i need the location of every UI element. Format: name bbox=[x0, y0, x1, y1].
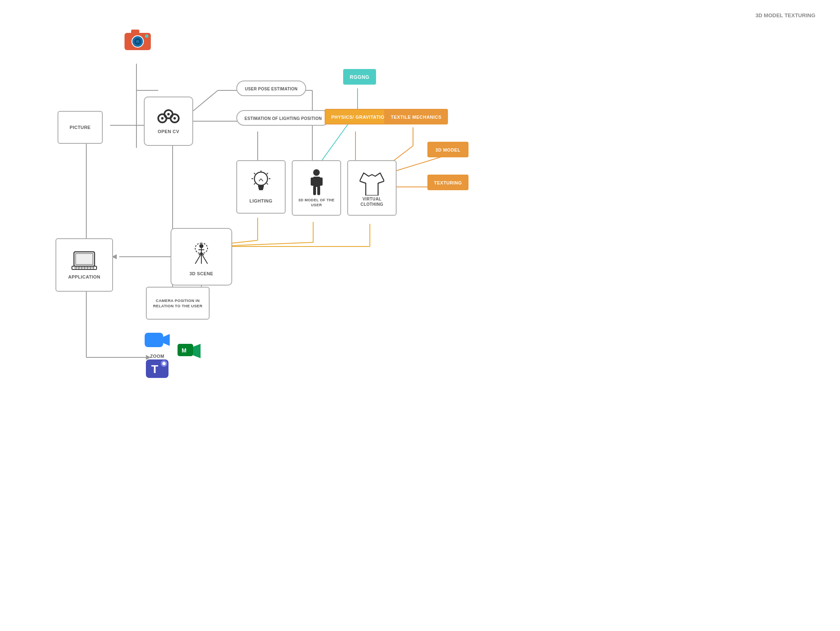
corner-note: 3D MODEL TEXTURING bbox=[755, 12, 815, 18]
lighting-est-node: ESTIMATION OF LIGHTING POSITION bbox=[236, 110, 330, 126]
picture-box: PICTURE bbox=[58, 111, 103, 144]
svg-line-67 bbox=[254, 173, 255, 174]
svg-point-84 bbox=[199, 244, 203, 248]
svg-rect-69 bbox=[258, 187, 263, 189]
svg-line-81 bbox=[195, 253, 201, 264]
svg-rect-100 bbox=[145, 333, 163, 347]
svg-marker-101 bbox=[163, 334, 170, 346]
corner-note-text: 3D MODEL TEXTURING bbox=[755, 12, 815, 18]
svg-point-57 bbox=[161, 117, 164, 120]
scene-3d-label: 3D SCENE bbox=[189, 271, 213, 276]
meet-node: M bbox=[177, 342, 203, 364]
rggng-node: RGGNG bbox=[343, 69, 376, 85]
arrows-layer bbox=[0, 0, 840, 631]
svg-rect-70 bbox=[259, 189, 263, 190]
lighting-box: LIGHTING bbox=[236, 160, 286, 214]
3d-model-box: 3D MODEL bbox=[427, 142, 468, 157]
application-box: APPLICATION bbox=[55, 238, 113, 292]
application-label: APPLICATION bbox=[68, 274, 100, 280]
opencv-label: OPEN CV bbox=[158, 129, 179, 134]
svg-rect-78 bbox=[317, 186, 320, 195]
3d-model-label: 3D MODEL bbox=[436, 147, 461, 152]
rggng-label: RGGNG bbox=[350, 74, 369, 80]
svg-line-24 bbox=[390, 156, 444, 173]
svg-text:T: T bbox=[151, 363, 158, 375]
scene-3d-box: 3D SCENE bbox=[171, 228, 232, 286]
texturing-node: TEXTURING bbox=[427, 175, 468, 190]
svg-rect-77 bbox=[313, 186, 316, 195]
camera-node bbox=[121, 25, 154, 55]
svg-line-71 bbox=[259, 179, 261, 181]
texturing-label: TEXTURING bbox=[434, 180, 462, 185]
3d-user-label: 3D MODEL OF THE USER bbox=[298, 198, 335, 207]
opencv-node: OPEN CV bbox=[144, 97, 193, 146]
textile-box: TEXTILE MECHANICS bbox=[384, 109, 448, 124]
picture-node: PICTURE bbox=[58, 111, 103, 144]
svg-rect-52 bbox=[131, 30, 139, 35]
3d-user-model-node: 3D MODEL OF THE USER bbox=[292, 160, 341, 216]
picture-label: PICTURE bbox=[69, 124, 90, 130]
user-pose-label: USER POSE ESTIMATION bbox=[245, 87, 298, 91]
svg-line-6 bbox=[193, 90, 218, 111]
3d-user-model-box: 3D MODEL OF THE USER bbox=[292, 160, 341, 216]
svg-text:M: M bbox=[182, 347, 187, 354]
svg-marker-103 bbox=[193, 344, 201, 358]
svg-line-62 bbox=[267, 173, 268, 174]
teams-node: T bbox=[145, 357, 172, 382]
svg-point-53 bbox=[145, 35, 148, 38]
opencv-box: OPEN CV bbox=[144, 97, 193, 146]
svg-point-59 bbox=[173, 117, 176, 120]
textile-node: TEXTILE MECHANICS bbox=[384, 109, 448, 124]
virtual-clothing-node: VIRTUAL CLOTHING bbox=[347, 160, 397, 216]
camera-icon bbox=[121, 25, 154, 55]
lighting-label: LIGHTING bbox=[249, 198, 272, 204]
svg-line-64 bbox=[267, 183, 268, 184]
lighting-est-label: ESTIMATION OF LIGHTING POSITION bbox=[245, 116, 322, 121]
lighting-est-box: ESTIMATION OF LIGHTING POSITION bbox=[236, 110, 330, 126]
svg-point-58 bbox=[167, 113, 170, 115]
zoom-node: Zoom bbox=[144, 331, 171, 359]
svg-rect-90 bbox=[76, 253, 93, 265]
texturing-box: TEXTURING bbox=[427, 175, 468, 190]
user-pose-node: USER POSE ESTIMATION bbox=[236, 81, 306, 96]
svg-point-51 bbox=[136, 40, 139, 43]
rggng-box: RGGNG bbox=[343, 69, 376, 85]
application-node: APPLICATION bbox=[55, 238, 113, 292]
svg-rect-68 bbox=[258, 185, 264, 187]
svg-line-72 bbox=[261, 179, 263, 181]
user-pose-box: USER POSE ESTIMATION bbox=[236, 81, 306, 96]
camera-position-label: CAMERA POSITION IN RELATION TO THE USER bbox=[152, 298, 203, 309]
svg-rect-76 bbox=[318, 177, 323, 186]
svg-rect-75 bbox=[311, 177, 315, 186]
virtual-clothing-label: VIRTUAL CLOTHING bbox=[354, 196, 390, 207]
textile-label: TEXTILE MECHANICS bbox=[391, 115, 441, 120]
3d-model-node: 3D MODEL bbox=[427, 142, 468, 157]
physics-label: PHYSICS/ GRAVITATION bbox=[331, 115, 388, 120]
svg-line-83 bbox=[201, 253, 208, 264]
scene-3d-node: 3D SCENE bbox=[171, 228, 232, 286]
svg-point-73 bbox=[313, 169, 320, 176]
svg-marker-79 bbox=[360, 173, 384, 196]
lighting-node: LIGHTING bbox=[236, 160, 286, 214]
diagram: PICTURE OPEN CV USER POSE ESTIMATION EST… bbox=[0, 0, 840, 631]
camera-position-node: CAMERA POSITION IN RELATION TO THE USER bbox=[146, 287, 210, 320]
svg-point-108 bbox=[162, 362, 166, 365]
svg-line-65 bbox=[254, 183, 255, 184]
camera-position-box: CAMERA POSITION IN RELATION TO THE USER bbox=[146, 287, 210, 320]
virtual-clothing-box: VIRTUAL CLOTHING bbox=[347, 160, 397, 216]
